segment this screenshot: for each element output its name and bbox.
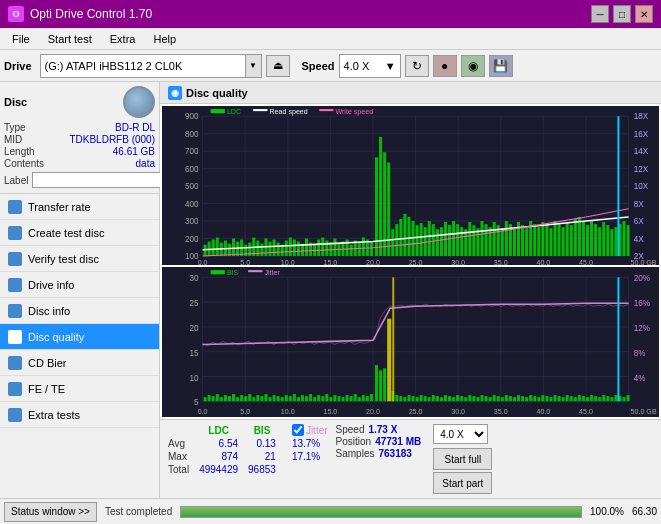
disc-button[interactable]: ◉	[461, 55, 485, 77]
speed-and-buttons: 4.0 X 2.0 X 1.0 X Start full Start part	[433, 424, 492, 494]
stats-table: LDC BIS Avg 6.54 0.13 Max 874 21 Total 4…	[166, 424, 284, 476]
create-test-disc-icon	[8, 226, 22, 240]
svg-rect-130	[505, 221, 508, 256]
svg-rect-152	[594, 224, 597, 256]
jitter-label: Jitter	[306, 425, 328, 436]
drive-label: Drive	[4, 60, 32, 72]
nav-item-extra-tests[interactable]: Extra tests	[0, 402, 159, 428]
speed-selector[interactable]: 4.0 X ▼	[339, 54, 401, 78]
drive-selector[interactable]: (G:) ATAPI iHBS112 2 CL0K ▼	[40, 54, 262, 78]
minimize-button[interactable]: ─	[591, 5, 609, 23]
svg-rect-154	[602, 222, 605, 256]
svg-rect-229	[297, 397, 300, 401]
start-part-button[interactable]: Start part	[433, 472, 492, 494]
svg-rect-102	[391, 229, 394, 256]
type-label: Type	[4, 122, 26, 133]
menu-start-test[interactable]: Start test	[40, 31, 100, 47]
jitter-checkbox[interactable]	[292, 424, 304, 436]
save-button[interactable]: 💾	[489, 55, 513, 77]
svg-rect-236	[325, 394, 328, 401]
menu-help[interactable]: Help	[145, 31, 184, 47]
svg-rect-258	[416, 397, 419, 401]
svg-rect-302	[594, 396, 597, 401]
main-content: Disc Type BD-R DL MID TDKBLDRFB (000) Le…	[0, 82, 661, 498]
svg-text:15: 15	[190, 349, 199, 358]
svg-rect-240	[342, 397, 345, 401]
svg-text:300: 300	[185, 217, 199, 226]
menu-bar: File Start test Extra Help	[0, 28, 661, 50]
svg-rect-52	[253, 109, 267, 111]
svg-rect-219	[256, 395, 259, 401]
menu-extra[interactable]: Extra	[102, 31, 144, 47]
svg-rect-162	[162, 267, 659, 417]
svg-rect-159	[622, 221, 625, 256]
max-ldc: 874	[197, 450, 246, 463]
svg-rect-278	[497, 396, 500, 401]
svg-rect-241	[346, 395, 349, 401]
svg-rect-145	[566, 222, 569, 256]
svg-rect-151	[590, 221, 593, 256]
fe-te-icon	[8, 382, 22, 396]
svg-text:10.0: 10.0	[281, 259, 295, 265]
svg-rect-253	[395, 395, 398, 401]
svg-rect-147	[574, 219, 577, 256]
nav-item-drive-info[interactable]: Drive info	[0, 272, 159, 298]
svg-rect-54	[319, 109, 333, 111]
svg-rect-119	[460, 227, 463, 256]
svg-rect-284	[521, 396, 524, 401]
disc-panel-header: Disc	[4, 86, 155, 118]
maximize-button[interactable]: □	[613, 5, 631, 23]
svg-rect-149	[582, 222, 585, 256]
svg-rect-129	[501, 228, 504, 256]
svg-rect-249	[379, 371, 382, 402]
svg-rect-221	[264, 394, 267, 401]
svg-rect-227	[289, 396, 292, 401]
svg-rect-293	[558, 396, 561, 401]
svg-rect-86	[325, 241, 328, 256]
svg-rect-92	[350, 245, 353, 256]
svg-rect-112	[432, 224, 435, 256]
nav-item-disc-info[interactable]: Disc info	[0, 298, 159, 324]
nav-item-disc-quality[interactable]: Disc quality	[0, 324, 159, 350]
svg-rect-268	[456, 395, 459, 401]
svg-rect-306	[610, 397, 613, 401]
svg-rect-230	[301, 395, 304, 401]
nav-item-fe-te[interactable]: FE / TE	[0, 376, 159, 402]
svg-text:40.0: 40.0	[536, 408, 550, 416]
svg-text:35.0: 35.0	[494, 259, 508, 265]
svg-text:20%: 20%	[634, 275, 650, 284]
contents-value: data	[136, 158, 155, 169]
refresh-button[interactable]: ↻	[405, 55, 429, 77]
disc-icon	[123, 86, 155, 118]
speed-label: Speed	[302, 60, 335, 72]
settings-button[interactable]: ●	[433, 55, 457, 77]
svg-rect-243	[354, 394, 357, 401]
svg-rect-225	[281, 397, 284, 401]
svg-rect-142	[554, 221, 557, 256]
svg-text:14X: 14X	[634, 147, 649, 156]
menu-file[interactable]: File	[4, 31, 38, 47]
svg-rect-114	[440, 227, 443, 256]
nav-item-cd-bier[interactable]: CD Bier	[0, 350, 159, 376]
svg-text:20: 20	[190, 324, 199, 333]
svg-rect-283	[517, 395, 520, 401]
max-jitter: 17.1%	[292, 451, 328, 462]
drive-dropdown-arrow[interactable]: ▼	[245, 55, 261, 77]
nav-item-create-test-disc[interactable]: Create test disc	[0, 220, 159, 246]
total-ldc: 4994429	[197, 463, 246, 476]
nav-item-verify-test-disc[interactable]: Verify test disc	[0, 246, 159, 272]
app-icon: O	[8, 6, 24, 22]
svg-rect-95	[362, 237, 365, 255]
svg-rect-232	[309, 394, 312, 401]
label-input[interactable]	[32, 172, 165, 188]
eject-button[interactable]: ⏏	[266, 55, 290, 77]
status-window-button[interactable]: Status window >>	[4, 502, 97, 522]
nav-item-transfer-rate[interactable]: Transfer rate	[0, 194, 159, 220]
chart-speed-select[interactable]: 4.0 X 2.0 X 1.0 X	[433, 424, 488, 444]
progress-value: 66.30	[632, 506, 657, 517]
close-button[interactable]: ✕	[635, 5, 653, 23]
svg-rect-122	[472, 225, 475, 256]
svg-rect-304	[602, 395, 605, 401]
toolbar: Drive (G:) ATAPI iHBS112 2 CL0K ▼ ⏏ Spee…	[0, 50, 661, 82]
start-full-button[interactable]: Start full	[433, 448, 492, 470]
